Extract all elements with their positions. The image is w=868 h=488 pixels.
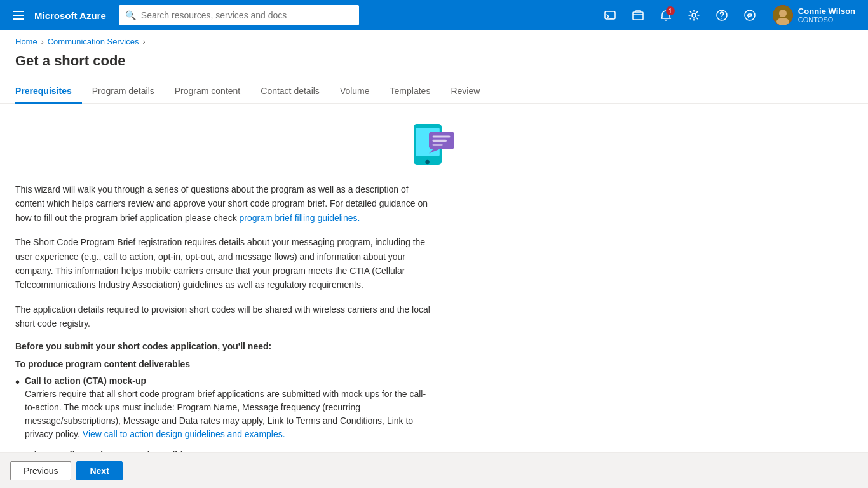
svg-point-12 — [779, 10, 787, 17]
bullet-1-content: Call to action (CTA) mock-up Carriers re… — [25, 374, 435, 441]
user-name: Connie Wilson — [798, 6, 855, 17]
list-item: • Call to action (CTA) mock-up Carriers … — [15, 374, 435, 441]
prerequisites-content: This wizard will walk you through a seri… — [0, 104, 868, 452]
section-heading: Before you submit your short codes appli… — [15, 341, 435, 351]
avatar — [773, 5, 793, 25]
tab-bar: Prerequisites Program details Program co… — [0, 79, 868, 104]
tab-contact-details[interactable]: Contact details — [250, 79, 330, 104]
tab-templates[interactable]: Templates — [380, 79, 441, 104]
breadcrumb-sep-2: › — [142, 37, 145, 46]
search-icon: 🔍 — [125, 10, 136, 20]
page-title: Get a short code — [0, 50, 868, 79]
svg-point-16 — [425, 160, 429, 164]
breadcrumb-home[interactable]: Home — [15, 37, 37, 46]
intro-paragraph-3: The application details required to prov… — [15, 302, 435, 331]
illustration — [15, 119, 853, 170]
svg-point-7 — [692, 13, 696, 17]
main-content: Home › Communication Services › Get a sh… — [0, 30, 868, 488]
breadcrumb: Home › Communication Services › — [0, 30, 868, 50]
search-bar[interactable]: 🔍 — [119, 5, 360, 25]
svg-rect-0 — [13, 11, 24, 12]
svg-rect-5 — [633, 12, 643, 20]
feedback-icon[interactable] — [737, 3, 763, 28]
notification-count: 1 — [666, 6, 675, 15]
user-org: CONTOSO — [798, 16, 855, 24]
help-icon[interactable] — [709, 3, 735, 28]
cloud-shell-icon[interactable] — [597, 3, 623, 28]
svg-point-9 — [721, 18, 722, 19]
sub-heading: To produce program content deliverables — [15, 359, 435, 369]
hamburger-menu[interactable] — [8, 4, 29, 26]
tab-program-details[interactable]: Program details — [82, 79, 165, 104]
breadcrumb-service[interactable]: Communication Services — [48, 37, 139, 46]
svg-rect-1 — [13, 15, 24, 16]
svg-point-13 — [776, 18, 789, 25]
bullet-dot-1: • — [15, 374, 20, 441]
svg-rect-3 — [605, 11, 615, 19]
nav-icons: 1 — [597, 3, 763, 28]
intro-paragraph-2: The Short Code Program Brief registratio… — [15, 235, 435, 292]
bullet-1-title: Call to action (CTA) mock-up — [25, 376, 146, 386]
user-info: Connie Wilson CONTOSO — [798, 6, 855, 25]
search-input[interactable] — [141, 10, 353, 20]
svg-point-10 — [745, 10, 755, 20]
tab-program-content[interactable]: Program content — [165, 79, 251, 104]
bullet-list: • Call to action (CTA) mock-up Carriers … — [15, 374, 435, 452]
directory-icon[interactable] — [625, 3, 651, 28]
svg-rect-19 — [433, 135, 451, 137]
cta-guidelines-link[interactable]: View call to action design guidelines an… — [83, 429, 285, 439]
tab-volume[interactable]: Volume — [330, 79, 380, 104]
user-menu[interactable]: Connie Wilson CONTOSO — [768, 3, 860, 28]
intro-paragraph-1: This wizard will walk you through a seri… — [15, 182, 435, 225]
program-brief-link[interactable]: program brief filling guidelines. — [240, 213, 360, 223]
azure-logo: Microsoft Azure — [34, 10, 106, 21]
previous-button[interactable]: Previous — [10, 461, 71, 480]
svg-rect-21 — [433, 144, 443, 146]
svg-rect-2 — [13, 18, 24, 20]
notifications-icon[interactable]: 1 — [653, 3, 679, 28]
svg-rect-20 — [433, 140, 447, 142]
settings-icon[interactable] — [681, 3, 707, 28]
bottom-bar: Previous Next — [0, 452, 868, 488]
breadcrumb-sep-1: › — [41, 37, 44, 46]
top-navigation: Microsoft Azure 🔍 1 Connie Wilson — [0, 0, 868, 30]
next-button[interactable]: Next — [76, 461, 122, 480]
tab-review[interactable]: Review — [440, 79, 490, 104]
tab-prerequisites[interactable]: Prerequisites — [15, 79, 82, 104]
